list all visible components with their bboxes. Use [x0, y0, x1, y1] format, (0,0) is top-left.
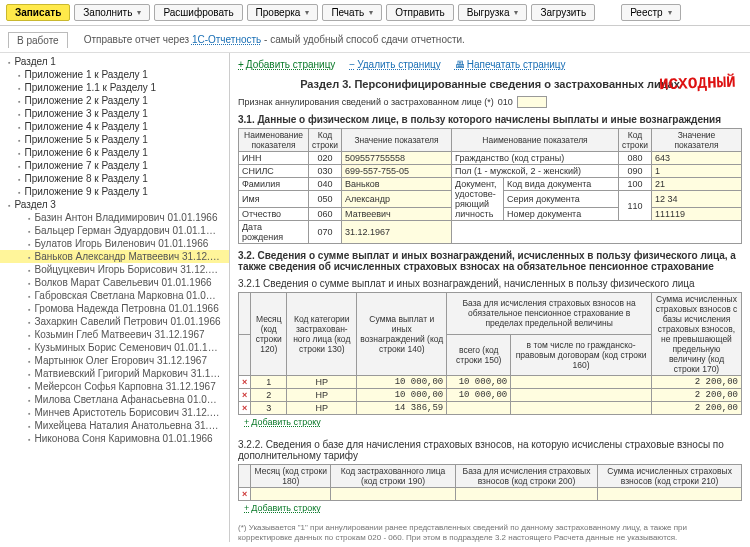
link-1c-report[interactable]: 1С-Отчетность: [192, 34, 261, 45]
sidebar-item[interactable]: Приложение 8 к Разделу 1: [0, 172, 229, 185]
sidebar-item[interactable]: Громова Надежда Петровна 01.01.1966: [0, 302, 229, 315]
sum-cell[interactable]: 10 000,00: [357, 376, 447, 389]
sidebar-item[interactable]: Приложение 6 к Разделу 1: [0, 146, 229, 159]
all-cell[interactable]: [447, 402, 511, 415]
gpd-cell[interactable]: [511, 389, 652, 402]
snils-field[interactable]: 699-557-755-05: [342, 165, 452, 178]
stamp-original: ИСХОДНЫЙ: [659, 74, 736, 95]
sub-toolbar: В работе Отправьте отчет через 1С-Отчетн…: [0, 26, 750, 53]
decrypt-button[interactable]: Расшифровать: [154, 4, 242, 21]
sum-cell[interactable]: 10 000,00: [357, 389, 447, 402]
firstname-field[interactable]: Александр: [342, 191, 452, 208]
export-button[interactable]: Выгрузка: [458, 4, 528, 21]
annul-row: Признак аннулирования сведений о застрах…: [238, 96, 742, 108]
print-page-link[interactable]: 🖶Напечатать страницу: [455, 59, 566, 70]
table-3-2-2: Месяц (код строки 180) Код застрахованно…: [238, 464, 742, 501]
content-pane: +Добавить страницу −Удалить страницу 🖶На…: [230, 53, 750, 542]
cat-cell[interactable]: НР: [287, 389, 357, 402]
sidebar-item[interactable]: Мартынюк Олег Егорович 31.12.1967: [0, 354, 229, 367]
hint-text: Отправьте отчет через 1С-Отчетность - са…: [84, 34, 465, 45]
sidebar-item[interactable]: Приложение 2 к Разделу 1: [0, 94, 229, 107]
table-row: ×2НР10 000,0010 000,002 200,00: [239, 389, 742, 402]
sidebar-item[interactable]: Приложение 9 к Разделу 1: [0, 185, 229, 198]
annul-input[interactable]: [517, 96, 547, 108]
sidebar-item[interactable]: Захаркин Савелий Петрович 01.01.1966: [0, 315, 229, 328]
sec-3-2-2-head: 3.2.2. Сведения о базе для начисления ст…: [238, 439, 742, 461]
res-cell[interactable]: 2 200,00: [652, 376, 742, 389]
month-cell[interactable]: 1: [251, 376, 287, 389]
sidebar-item[interactable]: Никонова Соня Каримовна 01.01.1966: [0, 432, 229, 445]
add-row-322-link[interactable]: + Добавить строку: [244, 503, 321, 513]
tab-in-work[interactable]: В работе: [8, 32, 68, 48]
gpd-cell[interactable]: [511, 376, 652, 389]
load-button[interactable]: Загрузить: [531, 4, 595, 21]
write-button[interactable]: Записать: [6, 4, 70, 21]
delete-row-icon[interactable]: ×: [239, 402, 251, 415]
table-row: ×3НР14 386,592 200,00: [239, 402, 742, 415]
month-cell[interactable]: 3: [251, 402, 287, 415]
cat-cell[interactable]: НР: [287, 402, 357, 415]
sidebar-item[interactable]: Волков Марат Савельевич 01.01.1966: [0, 276, 229, 289]
sidebar-tree[interactable]: Раздел 1Приложение 1 к Разделу 1Приложен…: [0, 53, 230, 542]
sidebar-item[interactable]: Минчев Аристотель Борисович 31.12.1967: [0, 406, 229, 419]
registry-button[interactable]: Реестр: [621, 4, 681, 21]
sidebar-item[interactable]: Раздел 3: [0, 198, 229, 211]
table-3-1: Наименование показателя Код строки Значе…: [238, 128, 742, 244]
sidebar-item[interactable]: Бальцер Герман Эдуардович 01.01.1966: [0, 224, 229, 237]
doc-number-field[interactable]: 111119: [652, 208, 742, 221]
sidebar-item[interactable]: Приложение 3 к Разделу 1: [0, 107, 229, 120]
delete-row-icon[interactable]: ×: [239, 376, 251, 389]
delete-row-icon[interactable]: ×: [239, 488, 251, 501]
sex-field[interactable]: 1: [652, 165, 742, 178]
all-cell[interactable]: 10 000,00: [447, 389, 511, 402]
res-cell[interactable]: 2 200,00: [652, 402, 742, 415]
sec-3-2-head: 3.2. Сведения о сумме выплат и иных возн…: [238, 250, 742, 272]
inn-field[interactable]: 509557755558: [342, 152, 452, 165]
sidebar-item[interactable]: Приложение 7 к Разделу 1: [0, 159, 229, 172]
doc-series-field[interactable]: 12 34: [652, 191, 742, 208]
fill-button[interactable]: Заполнить: [74, 4, 150, 21]
add-page-link[interactable]: +Добавить страницу: [238, 59, 335, 70]
sidebar-item[interactable]: Матвиевский Григорий Маркович 31.12.1967: [0, 367, 229, 380]
sidebar-item[interactable]: Раздел 1: [0, 55, 229, 68]
gpd-cell[interactable]: [511, 402, 652, 415]
table-row: ×1НР10 000,0010 000,002 200,00: [239, 376, 742, 389]
sidebar-item[interactable]: Приложение 1 к Разделу 1: [0, 68, 229, 81]
sum-field[interactable]: [598, 488, 742, 501]
sidebar-item[interactable]: Милова Светлана Афанасьевна 01.01.1966: [0, 393, 229, 406]
sidebar-item[interactable]: Ваньков Александр Матвеевич 31.12.1967: [0, 250, 229, 263]
sidebar-item[interactable]: Михейцева Наталия Анатольевна 31.12.1967: [0, 419, 229, 432]
sum-cell[interactable]: 14 386,59: [357, 402, 447, 415]
all-cell[interactable]: 10 000,00: [447, 376, 511, 389]
code-field[interactable]: [331, 488, 456, 501]
delete-row-icon[interactable]: ×: [239, 389, 251, 402]
sidebar-item[interactable]: Базин Антон Владимирович 01.01.1966: [0, 211, 229, 224]
sidebar-item[interactable]: Кузьминых Борис Семенович 01.01.1966: [0, 341, 229, 354]
month-field[interactable]: [251, 488, 331, 501]
doc-kind-field[interactable]: 21: [652, 178, 742, 191]
sidebar-item[interactable]: Булатов Игорь Виленович 01.01.1966: [0, 237, 229, 250]
sidebar-item[interactable]: Приложение 1.1 к Разделу 1: [0, 81, 229, 94]
sidebar-item[interactable]: Габровская Светлана Марковна 01.01.1966: [0, 289, 229, 302]
res-cell[interactable]: 2 200,00: [652, 389, 742, 402]
print-button[interactable]: Печать: [322, 4, 382, 21]
sidebar-item[interactable]: Приложение 5 к Разделу 1: [0, 133, 229, 146]
sidebar-item[interactable]: Козьмин Глеб Матвеевич 31.12.1967: [0, 328, 229, 341]
base-field[interactable]: [455, 488, 597, 501]
main-toolbar: Записать Заполнить Расшифровать Проверка…: [0, 0, 750, 26]
dob-field[interactable]: 31.12.1967: [342, 221, 452, 244]
citizenship-field[interactable]: 643: [652, 152, 742, 165]
check-button[interactable]: Проверка: [247, 4, 319, 21]
month-cell[interactable]: 2: [251, 389, 287, 402]
sidebar-item[interactable]: Мейерсон Софья Карповна 31.12.1967: [0, 380, 229, 393]
add-row-321-link[interactable]: + Добавить строку: [244, 417, 321, 427]
page-actions: +Добавить страницу −Удалить страницу 🖶На…: [238, 57, 742, 76]
sidebar-item[interactable]: Приложение 4 к Разделу 1: [0, 120, 229, 133]
send-button[interactable]: Отправить: [386, 4, 454, 21]
cat-cell[interactable]: НР: [287, 376, 357, 389]
sidebar-item[interactable]: Войцуцкевич Игорь Борисович 31.12.1967: [0, 263, 229, 276]
patronymic-field[interactable]: Матвеевич: [342, 208, 452, 221]
delete-page-link[interactable]: −Удалить страницу: [349, 59, 440, 70]
footnote: (*) Указывается "1" при аннулировании ра…: [238, 523, 742, 542]
lastname-field[interactable]: Ваньков: [342, 178, 452, 191]
